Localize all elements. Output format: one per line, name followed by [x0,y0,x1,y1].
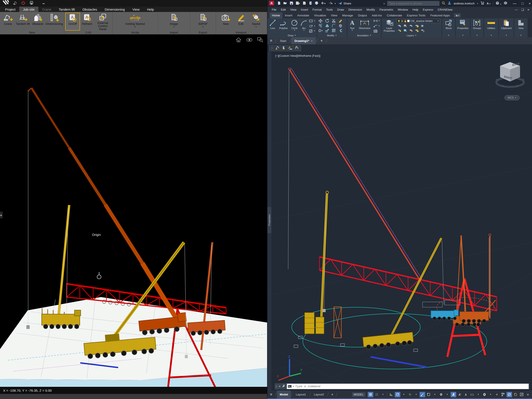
left-menu-item[interactable]: Dimensioning [101,7,129,12]
new-tandem-lift-button[interactable]: Tandem lift [15,13,30,31]
layer-lock-tool[interactable] [415,24,419,28]
circle-button[interactable]: Circle ▼ [290,19,299,33]
layer-paint-tool[interactable] [420,29,425,33]
qat-customize-icon[interactable]: ▾ [335,2,336,5]
isolate-objects-icon[interactable] [500,392,506,397]
command-input-field[interactable]: ▼ [287,384,529,389]
redo-icon[interactable]: ▾ [328,1,332,6]
new-crane-button[interactable]: Crane [1,13,15,31]
layout1-tab[interactable]: Layout1 [293,391,309,398]
menu-item[interactable]: Dimension [346,8,364,11]
object-snap-tracking-toggle[interactable] [407,392,413,397]
panel-label-groups[interactable]: ▼ [471,34,483,37]
fullscreen-icon[interactable] [519,392,525,397]
utilities-button[interactable]: Utilities [487,19,496,33]
search-icon[interactable] [442,1,445,6]
signed-in-user[interactable]: andreas.koelsch [454,2,475,5]
copy-tool[interactable] [318,24,323,29]
viewport-edit-button[interactable]: Edit [234,13,248,31]
minimize-window-icon[interactable]: — [513,1,516,6]
command-drag-handle[interactable]: ⣿ [276,385,277,388]
panel-label-clipboard[interactable]: ▼ [499,34,514,37]
left-menu-item[interactable]: View [129,7,143,12]
ellipse-tool[interactable]: ▼ [309,25,316,28]
new-dimensioning-button[interactable]: Dimensioning [45,13,63,31]
restore-drawing-icon[interactable]: ❏ [521,8,524,11]
plot-icon[interactable] [303,1,307,6]
scale-dropdown-icon[interactable]: ▼ [475,392,481,397]
search-input[interactable] [389,2,438,5]
new-file-icon[interactable] [277,1,281,6]
command-settings-icon[interactable] [282,384,285,389]
export-3dpdf-button[interactable]: 3DPDF ▼ [195,13,211,31]
left-menu-item[interactable]: Help [143,7,158,12]
layer-on-tool[interactable] [397,29,402,33]
customization-menu-icon[interactable]: ≡ [525,392,531,397]
mobile-upload-icon[interactable] [309,1,312,6]
panel-label-view[interactable]: ▼ [514,34,528,37]
undo-icon[interactable]: ▾ [321,1,325,6]
groups-button[interactable]: Groups [473,19,481,33]
properties-button[interactable]: Properties [457,19,468,33]
layer-off-tool[interactable] [397,24,402,28]
maximize-window-icon[interactable]: □ [522,1,524,6]
ribbon-tab[interactable]: Home [270,13,282,18]
polar-tracking-toggle[interactable] [395,392,400,397]
linear-dim-tool[interactable]: ▼ [374,19,380,22]
ribbon-tab[interactable]: Annotate [295,13,312,18]
properties-palette-tab[interactable]: Properties [267,207,271,233]
app-store-cart-icon[interactable] [481,1,484,6]
crane-tool-1-icon[interactable] [275,46,280,51]
menu-item[interactable]: CRANEbee [435,8,455,11]
otrack-dropdown-icon[interactable]: ▼ [413,392,419,397]
hatch-tool[interactable]: ▼ [309,30,316,32]
command-input[interactable] [295,385,528,388]
object-snap-toggle[interactable] [420,392,425,397]
polyline-button[interactable]: Polyline [278,19,289,33]
file-tabs-menu-icon[interactable]: ≡ [267,38,275,43]
close-drawing-tab-icon[interactable]: × [311,39,313,43]
rectangle-tool[interactable]: ▼ [309,19,316,23]
osnap-dropdown-icon[interactable]: ▼ [432,392,437,397]
line-button[interactable]: Line [268,19,277,33]
menu-item[interactable]: File [270,8,279,11]
toolbar-drag-handle[interactable]: ⣿ [271,47,273,49]
ribbon-tab[interactable]: Express Tools [405,13,428,18]
model-tab[interactable]: Model [277,391,291,398]
cad-refresh-button[interactable]: A Refresh [81,13,94,31]
user-avatar-icon[interactable] [448,1,451,6]
power-icon[interactable] [21,1,25,6]
cad-external-panel-button[interactable]: External Control Panel [94,13,112,31]
panel-label-layers[interactable]: Layers▼ [382,34,442,37]
autocad-logo[interactable]: A▾ [269,1,275,6]
left-menu-item[interactable]: Tandem lift [55,7,79,12]
menu-item[interactable]: Tools [324,8,335,11]
panel-label-draw[interactable]: Draw▼ [267,34,317,37]
print-icon[interactable] [29,1,34,6]
grid-toggle[interactable] [368,392,373,397]
trim-tool[interactable] [332,19,336,24]
menu-item[interactable]: Draw [335,8,346,11]
crane-tool-3-icon[interactable] [288,46,293,51]
autodesk-account-icon[interactable]: A ▾ [487,2,491,5]
stretch-tool[interactable] [318,29,323,33]
workspace-gear-icon[interactable] [482,392,487,397]
close-drawing-icon[interactable]: × [527,8,529,12]
left-menu-item[interactable]: Crane [38,7,55,12]
view-button[interactable]: View [517,19,525,33]
panel-label-modify[interactable]: Modify▼ [317,34,347,37]
save-as-icon[interactable] [296,1,300,6]
ribbon-tab[interactable]: Insert [282,13,295,18]
ortho-toggle[interactable] [389,392,394,397]
start-tab[interactable]: Start [277,37,290,44]
text-button[interactable]: A Text ▼ [348,19,356,33]
left-menu-item[interactable]: Project [1,7,19,12]
recent-commands-icon[interactable]: ▼ [293,386,294,387]
table-tool[interactable] [374,30,380,32]
layout-menu-icon[interactable]: ≡ [267,392,275,397]
layer-match-tool[interactable] [420,24,425,28]
menu-item[interactable]: Edit [279,8,288,11]
dynamic-ucs-toggle[interactable] [438,392,444,397]
menu-item[interactable]: Express [420,8,435,11]
dimension-button[interactable]: Dimension [357,19,373,33]
